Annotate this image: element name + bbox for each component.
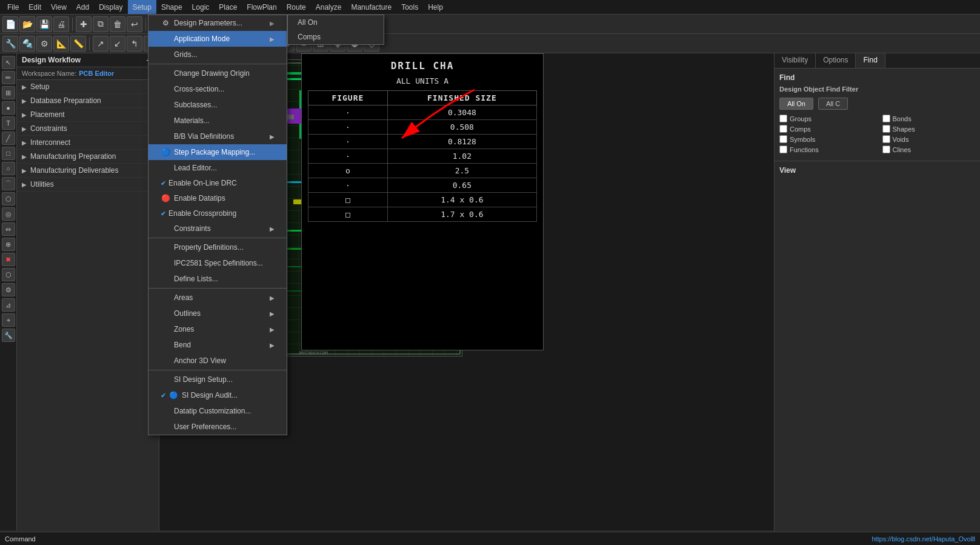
btn-all-c[interactable]: All C xyxy=(818,98,848,110)
tb2-4[interactable]: 📐 xyxy=(53,36,69,52)
left-text[interactable]: T xyxy=(2,116,15,130)
left-poly[interactable]: ⬡ xyxy=(2,192,15,206)
tab-options[interactable]: Options xyxy=(816,53,856,68)
dd-grids[interactable]: Grids... xyxy=(148,47,287,62)
tree-setup[interactable]: ▶ Setup xyxy=(17,80,159,94)
menu-view[interactable]: View xyxy=(46,0,72,14)
tree-db-prep[interactable]: ▶ Database Preparation xyxy=(17,94,159,108)
tb-undo[interactable]: ↩ xyxy=(127,16,142,32)
menu-manufacture[interactable]: Manufacture xyxy=(346,0,396,14)
btn-all-on[interactable]: All On xyxy=(779,98,813,110)
tb-delete[interactable]: 🗑 xyxy=(110,16,125,32)
tb2-2[interactable]: 🔩 xyxy=(19,36,35,52)
dd-design-params[interactable]: ⚙ Design Parameters... ▶ xyxy=(148,15,287,31)
menu-setup[interactable]: Setup xyxy=(128,0,156,14)
left-3d[interactable]: ⬡ xyxy=(2,268,15,281)
dd-datatip-custom[interactable]: Datatip Customization... xyxy=(148,403,287,419)
menu-logic[interactable]: Logic xyxy=(187,0,215,14)
tb-move[interactable]: ✚ xyxy=(76,16,92,32)
tab-visibility[interactable]: Visibility xyxy=(775,53,816,68)
tb-print[interactable]: 🖨 xyxy=(53,16,69,32)
dd-enable-crossprobe[interactable]: ✔ Enable Crossprobing xyxy=(148,206,287,221)
cb-functions-input[interactable] xyxy=(779,145,787,153)
dd-enable-drc[interactable]: ✔ Enable On-Line DRC xyxy=(148,176,287,190)
tree-utilities[interactable]: ▶ Utilities xyxy=(17,178,159,192)
left-wire[interactable]: ✏ xyxy=(2,71,15,84)
dd-define-lists[interactable]: Define Lists... xyxy=(148,271,287,287)
left-misc1[interactable]: ⊿ xyxy=(2,298,15,312)
dd-cross-section[interactable]: Cross-section... xyxy=(148,81,287,97)
dd-enable-datatips[interactable]: 🔴 Enable Datatips xyxy=(148,190,287,206)
dd-subclasses[interactable]: Subclasses... xyxy=(148,97,287,113)
dd-si-setup[interactable]: SI Design Setup... xyxy=(148,372,287,387)
sub-all-on[interactable]: All On xyxy=(288,15,384,30)
cb-comps-input[interactable] xyxy=(779,125,787,133)
tb2-8[interactable]: ↰ xyxy=(127,36,142,52)
dd-lead-editor[interactable]: Lead Editor... xyxy=(148,160,287,176)
menu-analyze[interactable]: Analyze xyxy=(311,0,347,14)
cb-clines-input[interactable] xyxy=(882,145,890,153)
find-btn-row: All On All C xyxy=(779,98,975,110)
dd-change-origin[interactable]: Change Drawing Origin xyxy=(148,65,287,81)
cb-shapes-input[interactable] xyxy=(882,125,890,133)
tb-open[interactable]: 📂 xyxy=(19,16,35,32)
dd-constraints[interactable]: Constraints ▶ xyxy=(148,221,287,236)
left-arc[interactable]: ⌒ xyxy=(2,177,15,190)
dd-zones[interactable]: Zones ▶ xyxy=(148,321,287,337)
dd-user-prefs[interactable]: User Preferences... xyxy=(148,419,287,435)
tb2-1[interactable]: 🔧 xyxy=(2,36,18,52)
tree-interconnect[interactable]: ▶ Interconnect xyxy=(17,136,159,150)
menu-flowplan[interactable]: FlowPlan xyxy=(242,0,281,14)
tb2-6[interactable]: ↗ xyxy=(93,36,108,52)
tb2-3[interactable]: ⚙ xyxy=(36,36,52,52)
menu-add[interactable]: Add xyxy=(72,0,94,14)
left-route[interactable]: ✖ xyxy=(2,253,15,266)
tb-new[interactable]: 📄 xyxy=(2,16,18,32)
left-pin[interactable]: ● xyxy=(2,101,15,115)
menu-edit[interactable]: Edit xyxy=(24,0,46,14)
sub-comps[interactable]: Comps xyxy=(288,30,384,44)
left-pad[interactable]: ⊕ xyxy=(2,238,15,251)
left-gear[interactable]: ⚙ xyxy=(2,283,15,296)
tree-mfg-prep[interactable]: ▶ Manufacturing Preparation xyxy=(17,150,159,164)
tab-find[interactable]: Find xyxy=(856,53,885,68)
tree-constraints[interactable]: ▶ Constraints xyxy=(17,122,159,136)
tree-placement[interactable]: ▶ Placement xyxy=(17,108,159,122)
dd-bend[interactable]: Bend ▶ xyxy=(148,337,287,353)
left-misc3[interactable]: 🔧 xyxy=(2,329,15,342)
dd-si-audit[interactable]: ✔ 🔵 SI Design Audit... xyxy=(148,387,287,403)
left-measure[interactable]: ⇔ xyxy=(2,222,15,236)
menu-file[interactable]: File xyxy=(2,0,24,14)
menu-route[interactable]: Route xyxy=(282,0,311,14)
dd-areas[interactable]: Areas ▶ xyxy=(148,290,287,306)
left-comp[interactable]: ⊞ xyxy=(2,86,15,99)
cb-voids-input[interactable] xyxy=(882,135,890,143)
menu-display[interactable]: Display xyxy=(94,0,127,14)
menu-tools[interactable]: Tools xyxy=(396,0,423,14)
tb-save[interactable]: 💾 xyxy=(36,16,52,32)
cb-groups-input[interactable] xyxy=(779,115,787,122)
menu-shape[interactable]: Shape xyxy=(156,0,187,14)
left-misc2[interactable]: ⌖ xyxy=(2,313,15,327)
dd-materials[interactable]: Materials... xyxy=(148,113,287,129)
dd-ipc2581[interactable]: IPC2581 Spec Definitions... xyxy=(148,255,287,271)
tb2-7[interactable]: ↙ xyxy=(110,36,125,52)
left-via[interactable]: ◎ xyxy=(2,207,15,221)
cb-symbols-input[interactable] xyxy=(779,135,787,143)
dd-prop-defs[interactable]: Property Definitions... xyxy=(148,239,287,255)
dd-step-pkg[interactable]: 🔵 Step Package Mapping... xyxy=(148,144,287,160)
left-rect[interactable]: □ xyxy=(2,147,15,160)
left-select[interactable]: ↖ xyxy=(2,56,15,69)
menu-place[interactable]: Place xyxy=(214,0,242,14)
tb-copy[interactable]: ⧉ xyxy=(93,16,108,32)
dd-app-mode[interactable]: Application Mode ▶ xyxy=(148,31,287,47)
menu-help[interactable]: Help xyxy=(423,0,448,14)
tree-mfg-del[interactable]: ▶ Manufacturing Deliverables xyxy=(17,164,159,178)
dd-outlines[interactable]: Outlines ▶ xyxy=(148,306,287,321)
tb2-5[interactable]: 📏 xyxy=(70,36,86,52)
left-line[interactable]: ╱ xyxy=(2,132,15,145)
left-circle[interactable]: ○ xyxy=(2,162,15,175)
dd-bb-via[interactable]: B/B Via Definitions ▶ xyxy=(148,129,287,144)
dd-anchor-3d[interactable]: Anchor 3D View xyxy=(148,353,287,369)
cb-bonds-input[interactable] xyxy=(882,115,890,122)
